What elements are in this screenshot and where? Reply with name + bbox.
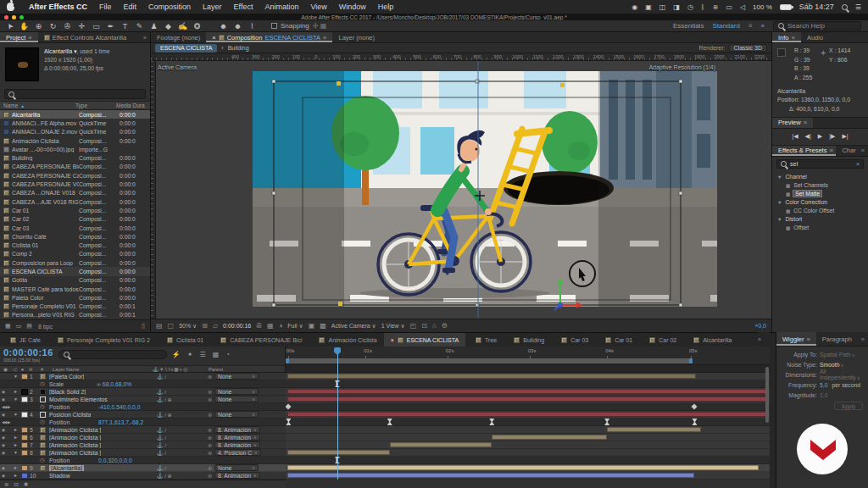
apple-menu-icon[interactable]: [7, 3, 14, 11]
parent-dropdown[interactable]: None: [214, 373, 259, 380]
pickwhip-icon[interactable]: ⊛: [208, 396, 212, 402]
column-type[interactable]: Type: [75, 103, 116, 108]
project-item[interactable]: Comp 2 Composi... 0:00:0: [0, 250, 150, 258]
snapping-checkbox[interactable]: [271, 23, 277, 29]
project-search-field[interactable]: [4, 89, 146, 99]
tool-button[interactable]: ◆: [161, 21, 175, 31]
wiggler-option-row[interactable]: Magnitude: 1,0: [776, 390, 868, 400]
character-tool-icon[interactable]: ☻: [216, 21, 231, 31]
layer-color-swatch[interactable]: [21, 389, 28, 395]
visibility-eye-icon[interactable]: ◉: [0, 451, 14, 455]
project-item[interactable]: Alcantarilla Composi... 0:00:0: [0, 110, 150, 119]
tool-button[interactable]: ✋: [17, 21, 31, 31]
viewer-control[interactable]: ◑: [278, 322, 282, 330]
parent-dropdown[interactable]: None: [214, 411, 259, 418]
property-value[interactable]: 68,0,68,0%: [103, 381, 131, 387]
tool-button[interactable]: ▭: [89, 21, 103, 31]
project-item[interactable]: Animación Ciclista Composi... 0:00:0: [0, 136, 150, 145]
layer-name[interactable]: [Alcantarilla]: [49, 465, 84, 471]
timeline-row[interactable]: ◉ ► 9 [Alcantarilla] ⚓ / ⊛None: [0, 464, 286, 472]
project-footer-icon[interactable]: ▤: [26, 323, 32, 330]
pickwhip-icon[interactable]: ⊛: [208, 427, 212, 433]
column-parent[interactable]: Parent: [209, 367, 281, 372]
project-item[interactable]: Building Composi... 0:00:0: [0, 153, 150, 162]
viewer-control[interactable]: 0:00:00:16: [223, 323, 251, 329]
wiggler-option-row[interactable]: Frequency: 5,0 per second: [776, 380, 868, 390]
viewer-control[interactable]: ▦: [267, 322, 274, 330]
timeline-option-icon[interactable]: ◔: [225, 351, 230, 358]
tool-button[interactable]: ✍: [175, 21, 190, 31]
project-item[interactable]: Car 01 Composi... 0:00:0: [0, 206, 150, 214]
project-item[interactable]: MASTER Café para todos Composi... 0:00:0: [0, 285, 150, 293]
timeline-row[interactable]: ◉ ► 5 [Animación Ciclista ] ⚓ / ⊛8. Anim…: [0, 426, 286, 434]
effects-search-field[interactable]: set ×: [776, 159, 864, 169]
timeline-lane[interactable]: [286, 388, 770, 396]
tab-paragraph[interactable]: Paragraph: [816, 332, 858, 346]
panel-overflow-icon[interactable]: »: [861, 336, 868, 343]
tab-info[interactable]: Info≡: [772, 32, 801, 42]
parent-dropdown[interactable]: None: [214, 464, 259, 471]
panel-menu-icon[interactable]: ≡: [829, 147, 832, 154]
timeline-tab[interactable]: Personaje Completo V01 RIG 2: [47, 333, 157, 347]
keyframe[interactable]: [692, 419, 697, 425]
layer-name[interactable]: Position: [49, 458, 97, 463]
layer-switches[interactable]: ⚓ /: [157, 465, 208, 471]
project-item[interactable]: CABEZA ...AJE V018 RIG Composi... 0:00:0: [0, 197, 150, 206]
visibility-eye-icon[interactable]: ◉: [0, 428, 14, 432]
tool-button[interactable]: ♟: [147, 21, 161, 31]
footage-name[interactable]: Alcantarilla ▾: [44, 48, 77, 54]
viewer-control[interactable]: ▤: [156, 322, 163, 330]
layer-switches[interactable]: ⚓ /: [157, 442, 208, 448]
layer-color-swatch[interactable]: [21, 442, 28, 448]
panel-menu-icon[interactable]: ≡: [804, 119, 807, 126]
wiggler-option-row[interactable]: Apply To: Spatial Path: [776, 349, 868, 359]
tab-footage[interactable]: Footage (none): [151, 32, 206, 42]
viewer-control[interactable]: ⌂: [432, 322, 437, 330]
layer-name[interactable]: [Black Solid 2]: [49, 389, 86, 395]
property-value[interactable]: 877,1,613,7,-68,2: [98, 419, 143, 425]
snapping-control[interactable]: Snapping ✢ ▦: [271, 22, 326, 30]
help-search-field[interactable]: Search Help: [773, 21, 861, 30]
pickwhip-icon[interactable]: ⊛: [208, 473, 212, 479]
timeline-footer-icon[interactable]: ⊚: [4, 481, 8, 488]
character-tool-icon[interactable]: ☻: [231, 21, 245, 31]
status-icon[interactable]: ◨: [673, 3, 680, 11]
menu-item[interactable]: Help: [372, 3, 400, 11]
visibility-eye-icon[interactable]: ◉: [0, 474, 14, 478]
menu-item[interactable]: View: [304, 3, 332, 11]
effects-tree-item[interactable]: ▩Offset: [772, 224, 868, 232]
layer-switches[interactable]: ⚓ /: [157, 374, 208, 380]
timeline-option-icon[interactable]: ☰: [200, 351, 206, 358]
timeline-row[interactable]: ◷ Position 0,0,320,0,0,0: [0, 457, 286, 464]
transport-button[interactable]: ▶|: [842, 133, 848, 140]
effects-tree-item[interactable]: ▩CC Color Offset: [772, 207, 868, 215]
status-icon[interactable]: ◉: [632, 3, 637, 11]
notification-center-icon[interactable]: ☰: [855, 3, 861, 11]
tool-button[interactable]: ↻: [46, 21, 60, 31]
layer-switches[interactable]: ⚓ /: [157, 435, 208, 441]
timeline-row[interactable]: ◀◆▶ ◷ Position 877,1,613,7,-68,2: [0, 419, 286, 426]
current-time-display[interactable]: 0:00:00:16 00016 (25.00 fps): [3, 348, 53, 363]
timeline-row[interactable]: ◉ ► 2 [Black Solid 2] ⚓ / ⊛None: [0, 388, 286, 396]
breadcrumb-current[interactable]: ESCENA CICLISTA: [155, 44, 217, 53]
timeline-tab[interactable]: Tree: [465, 333, 504, 347]
pickwhip-icon[interactable]: ⊛: [208, 465, 212, 471]
visibility-eye-icon[interactable]: ◉: [0, 466, 14, 470]
project-item[interactable]: CABEZA PERSONAJE Bici Composi... 0:00:0: [0, 163, 150, 171]
tab-effects-presets[interactable]: Effects & Presets≡: [772, 146, 836, 156]
viewer-control[interactable]: ▩: [320, 322, 326, 330]
panel-menu-icon[interactable]: ≡: [323, 34, 326, 42]
parent-dropdown[interactable]: 8. Animación: [214, 472, 260, 479]
apply-button[interactable]: Apply: [834, 402, 863, 410]
panel-menu-icon[interactable]: ≡: [28, 34, 31, 42]
viewer-control[interactable]: ◰: [410, 322, 417, 330]
close-tab-icon[interactable]: ×: [212, 34, 215, 42]
timeline-tabs-overflow-icon[interactable]: »: [758, 332, 770, 347]
layer-switches[interactable]: ⚓ / ⊕: [157, 412, 208, 418]
project-item[interactable]: ESCENA CICLISTA Composi... 0:00:0: [0, 267, 150, 275]
project-footer-icon[interactable]: ▦: [5, 323, 11, 330]
expand-arrow-icon[interactable]: ►: [14, 442, 21, 447]
workspace-menu-icon[interactable]: ≡: [748, 22, 753, 30]
layer-duration-bar[interactable]: [287, 396, 766, 402]
tab-wiggler[interactable]: Wiggler≡: [776, 332, 816, 346]
